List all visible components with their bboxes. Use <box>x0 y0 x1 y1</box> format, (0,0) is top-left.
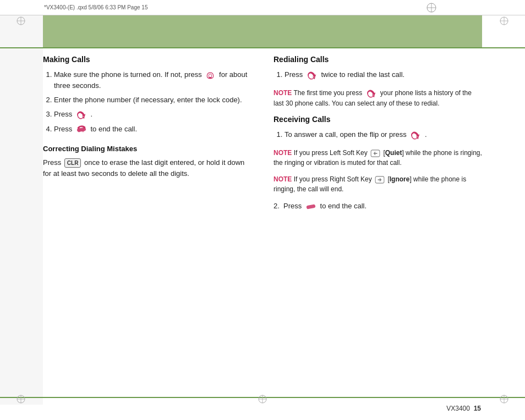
send-icon-receive <box>409 130 422 140</box>
header-text: *VX3400-(E) .qxd 5/8/06 6:33 PM Page 15 <box>44 4 147 10</box>
clr-icon: CLR <box>64 158 81 168</box>
right-column: Redialing Calls Press twice to redial th… <box>274 55 482 393</box>
corner-mark-bm <box>257 394 268 405</box>
correcting-text: Press CLR once to erase the last digit e… <box>43 157 251 179</box>
receiving-title: Receiving Calls <box>274 115 482 124</box>
end-call-icon-receive <box>305 202 317 212</box>
corner-mark-br <box>499 394 510 405</box>
note-label-1: NOTE <box>274 89 292 97</box>
making-calls-step-2: Enter the phone number (if necessary, en… <box>54 95 251 106</box>
send-icon-note <box>365 89 378 98</box>
making-calls-title: Making Calls <box>43 55 251 64</box>
receiving-section: Receiving Calls To answer a call, open t… <box>274 115 482 212</box>
main-content: Making Calls Make sure the phone is turn… <box>43 55 482 393</box>
redialing-note: NOTE The first time you press your phone… <box>274 88 482 108</box>
power-icon <box>205 71 216 80</box>
note-label-2: NOTE <box>274 149 292 157</box>
making-calls-section: Making Calls Make sure the phone is turn… <box>43 55 251 135</box>
end-call-icon-1 <box>75 124 88 134</box>
left-softkey-icon <box>370 150 380 157</box>
correcting-title: Correcting Dialing Mistakes <box>43 145 251 153</box>
binding-bar <box>0 15 43 405</box>
svg-point-18 <box>209 74 212 77</box>
redialing-section: Redialing Calls Press twice to redial th… <box>274 55 482 108</box>
right-softkey-icon <box>375 176 385 184</box>
corner-mark-tr <box>499 15 510 26</box>
receiving-list: To answer a call, open the flip or press… <box>274 129 482 140</box>
ignore-label: Ignore <box>390 175 410 183</box>
redialing-title: Redialing Calls <box>274 55 482 64</box>
svg-rect-22 <box>306 204 315 209</box>
receiving-step-1: To answer a call, open the flip or press… <box>285 129 482 140</box>
redialing-list: Press twice to redial the last call. <box>274 69 482 80</box>
note-label-3: NOTE <box>274 175 292 183</box>
send-icon <box>75 110 88 120</box>
corner-mark-bl <box>15 394 26 405</box>
top-rule <box>0 47 525 48</box>
quiet-label: Quiet <box>385 149 402 157</box>
correcting-section: Correcting Dialing Mistakes Press CLR on… <box>43 145 251 179</box>
making-calls-list: Make sure the phone is turned on. If not… <box>43 69 251 135</box>
left-column: Making Calls Make sure the phone is turn… <box>43 55 251 393</box>
making-calls-step-4: Press to end the call. <box>54 124 251 135</box>
green-banner <box>43 15 482 47</box>
making-calls-step-3: Press . <box>54 109 251 120</box>
receiving-note-2: NOTE If you press Right Soft Key [Ignore… <box>274 174 482 194</box>
making-calls-step-1: Make sure the phone is turned on. If not… <box>54 69 251 91</box>
header-strip: *VX3400-(E) .qxd 5/8/06 6:33 PM Page 15 <box>0 0 525 15</box>
header-crosshair <box>426 2 437 14</box>
send-icon-redial <box>306 70 318 80</box>
page-number: VX3400 15 <box>446 405 481 412</box>
corner-mark-tl <box>15 15 26 26</box>
redialing-step-1: Press twice to redial the last call. <box>285 69 482 80</box>
receiving-note-1: NOTE If you press Left Soft Key [Quiet] … <box>274 148 482 168</box>
receiving-step-2: 2. Press to end the call. <box>274 201 482 212</box>
